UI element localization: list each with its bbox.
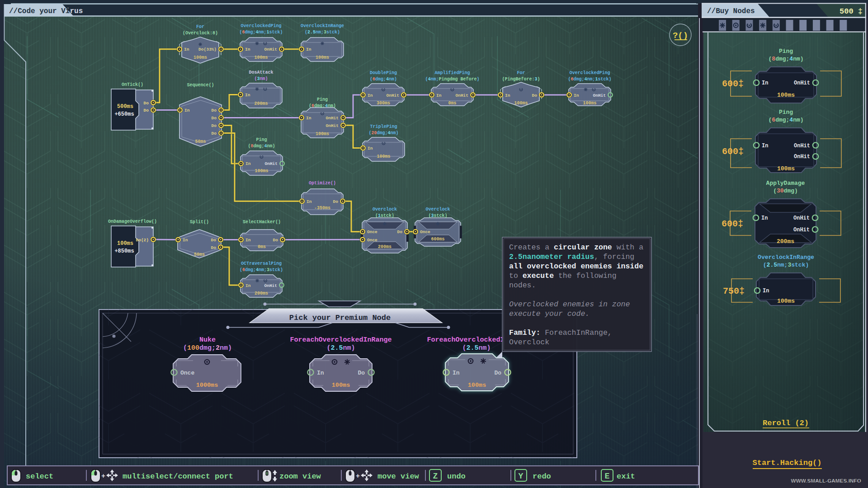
svg-text:Nuke: Nuke xyxy=(199,336,216,344)
svg-text:In: In xyxy=(307,199,312,204)
svg-text:SelectHacker(): SelectHacker() xyxy=(243,220,281,225)
svg-text:Do: Do xyxy=(358,370,365,376)
svg-text:1000ms: 1000ms xyxy=(196,382,218,389)
svg-text:50ms: 50ms xyxy=(195,139,206,144)
svg-text:exit: exit xyxy=(617,472,635,481)
svg-text:(2.5nm): (2.5nm) xyxy=(327,344,355,352)
svg-text:In: In xyxy=(574,93,579,98)
svg-text:In: In xyxy=(183,238,188,243)
svg-text:In: In xyxy=(368,93,373,98)
svg-text:Family: ForeachInRange,: Family: ForeachInRange, xyxy=(509,328,612,337)
svg-text://Buy Nodes: //Buy Nodes xyxy=(707,7,755,15)
svg-text:Split(): Split() xyxy=(190,220,209,225)
svg-text:200ms: 200ms xyxy=(378,244,392,249)
svg-text:OnHit: OnHit xyxy=(793,227,810,233)
svg-text:-350ms: -350ms xyxy=(314,206,330,211)
svg-text:In: In xyxy=(245,161,251,166)
svg-text:Overclock: Overclock xyxy=(373,207,397,212)
svg-text:600ms: 600ms xyxy=(431,237,444,242)
svg-text:0ms: 0ms xyxy=(258,244,266,249)
svg-text:OnTick(): OnTick() xyxy=(122,82,143,87)
svg-text:Start.Hacking(): Start.Hacking() xyxy=(752,459,821,467)
svg-text:(8dmg;4nm): (8dmg;4nm) xyxy=(769,56,804,62)
svg-text:(2.5nm): (2.5nm) xyxy=(462,344,491,352)
svg-text:100ms: 100ms xyxy=(514,101,528,106)
svg-text:In: In xyxy=(184,47,189,52)
svg-text:In: In xyxy=(245,93,250,98)
svg-text:(100dmg;2nm): (100dmg;2nm) xyxy=(183,344,232,352)
svg-text:OverclockInRange: OverclockInRange xyxy=(758,254,814,261)
svg-text:300ms: 300ms xyxy=(377,101,390,106)
svg-text:execute your code.: execute your code. xyxy=(509,310,590,318)
svg-text:In: In xyxy=(184,108,190,113)
svg-text:600‡: 600‡ xyxy=(722,79,744,89)
svg-text:Z: Z xyxy=(433,472,438,481)
svg-text:Ping: Ping xyxy=(779,48,793,55)
svg-text:200ms: 200ms xyxy=(255,291,268,296)
svg-text:(6dmg;4nm;1stck): (6dmg;4nm;1stck) xyxy=(568,77,612,82)
svg-text:Do: Do xyxy=(333,199,339,204)
svg-text:In: In xyxy=(245,47,250,52)
svg-text:OnHit: OnHit xyxy=(794,154,810,160)
svg-text:Ping: Ping xyxy=(317,97,328,102)
svg-text:In: In xyxy=(306,116,311,121)
svg-text:OnHit: OnHit xyxy=(386,93,399,98)
svg-text:zoom view: zoom view xyxy=(279,472,321,481)
svg-text:Creates a circular zone with a: Creates a circular zone with a xyxy=(509,243,643,252)
svg-text:Do: Do xyxy=(397,230,403,235)
svg-text:OnHit: OnHit xyxy=(793,215,810,221)
svg-text:In: In xyxy=(762,80,768,86)
svg-text:OnHit: OnHit xyxy=(794,143,810,149)
svg-text:600‡: 600‡ xyxy=(722,219,743,229)
svg-text:undo: undo xyxy=(447,472,466,481)
svg-text:100ms: 100ms xyxy=(255,169,268,174)
svg-text:In: In xyxy=(245,238,251,243)
svg-text:In: In xyxy=(317,370,324,376)
svg-text:In: In xyxy=(453,370,460,376)
svg-text:2.5nanometer radius, forcing: 2.5nanometer radius, forcing xyxy=(509,253,634,261)
svg-text:200ms: 200ms xyxy=(777,238,794,245)
svg-text:Overclocked enemies in zone: Overclocked enemies in zone xyxy=(509,300,630,309)
svg-text:500ms: 500ms xyxy=(117,103,133,110)
svg-text:select: select xyxy=(26,472,53,481)
svg-text:AmplifiedPing: AmplifiedPing xyxy=(435,70,470,75)
svg-text:100ms: 100ms xyxy=(316,131,329,136)
svg-text:ForeachOverclockedI: ForeachOverclockedI xyxy=(427,336,505,344)
svg-text:50ms: 50ms xyxy=(194,252,205,257)
svg-text:OverclockedPing: OverclockedPing xyxy=(570,70,610,75)
svg-text:Do: Do xyxy=(144,108,149,113)
svg-text:For: For xyxy=(196,24,204,29)
svg-text:Pick your Premium Node: Pick your Premium Node xyxy=(289,314,391,322)
svg-text:Once: Once xyxy=(367,238,377,243)
svg-text:(2.5nm;3stck): (2.5nm;3stck) xyxy=(763,262,809,268)
svg-text:OnHit: OnHit xyxy=(264,47,277,52)
svg-text:?(): ?() xyxy=(673,31,688,41)
svg-text:(3stck): (3stck) xyxy=(429,213,448,218)
svg-text:Y: Y xyxy=(519,472,524,481)
svg-text:500 ‡: 500 ‡ xyxy=(840,7,863,16)
svg-text:TriplePing: TriplePing xyxy=(370,124,397,129)
svg-text:(8dmg;4nm): (8dmg;4nm) xyxy=(248,144,275,149)
svg-text:+850ms: +850ms xyxy=(114,248,134,254)
svg-text:Do: Do xyxy=(212,116,217,121)
svg-text:(6dmg;4nm): (6dmg;4nm) xyxy=(769,117,804,123)
svg-text:Do: Do xyxy=(494,370,501,376)
svg-text:200ms: 200ms xyxy=(254,101,268,106)
svg-text:Do: Do xyxy=(212,108,217,113)
svg-text:Do(2): Do(2) xyxy=(136,238,149,243)
svg-text:For: For xyxy=(517,70,525,75)
svg-text:(6dmg;4nm;1stck): (6dmg;4nm;1stck) xyxy=(240,30,283,35)
svg-text:E: E xyxy=(605,472,610,481)
svg-text:In: In xyxy=(505,93,510,98)
svg-text:100ms: 100ms xyxy=(777,92,795,99)
svg-text:nodes.: nodes. xyxy=(509,281,536,290)
svg-text:100ms: 100ms xyxy=(193,55,207,60)
svg-text:(6dmg;4nm): (6dmg;4nm) xyxy=(370,77,397,82)
svg-text:Overclock: Overclock xyxy=(426,207,450,212)
svg-text:(Overclock:8): (Overclock:8) xyxy=(183,31,218,36)
svg-text:OnHit: OnHit xyxy=(326,123,339,128)
svg-text:100ms: 100ms xyxy=(316,55,329,60)
svg-text:(3nm): (3nm) xyxy=(255,76,268,81)
svg-text:Optimize(): Optimize() xyxy=(309,181,336,186)
svg-text:to execute the following: to execute the following xyxy=(509,272,617,280)
